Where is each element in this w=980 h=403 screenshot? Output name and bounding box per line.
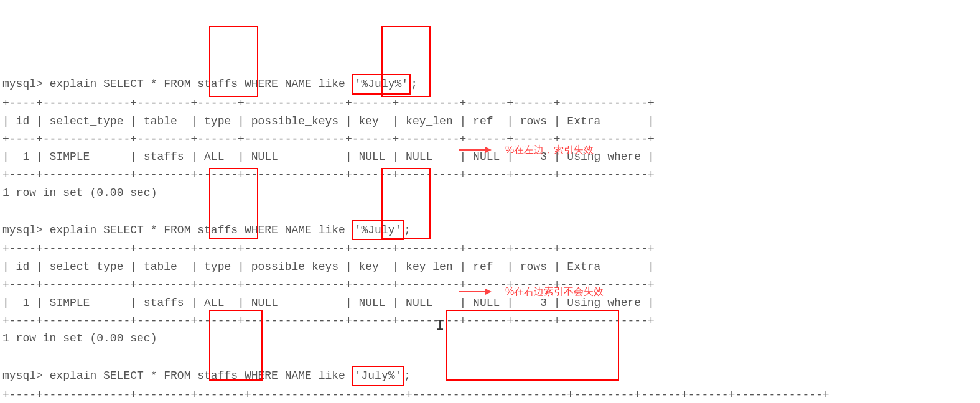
sql-command: explain SELECT * FROM staffs WHERE NAME …	[50, 78, 352, 90]
mysql-prompt: mysql>	[2, 78, 43, 90]
table-border: +----+-------------+--------+------+----…	[2, 169, 655, 181]
arrow-icon	[459, 149, 490, 151]
mysql-prompt: mysql>	[2, 369, 43, 382]
sql-command: explain SELECT * FROM staffs WHERE NAME …	[50, 224, 352, 236]
table-border: +----+-------------+--------+-------+---…	[2, 389, 829, 401]
table-header: | id | select_type | table | type | poss…	[2, 261, 655, 273]
annotation-left-percent: %在左边，索引失效	[505, 142, 594, 158]
key-column-highlight	[381, 168, 431, 239]
table-border: +----+-------------+--------+------+----…	[2, 243, 655, 255]
key-column-highlight	[446, 310, 619, 381]
mysql-prompt: mysql>	[2, 224, 43, 236]
like-value-highlight: 'July%'	[352, 366, 404, 386]
annotation-right-percent: %在右边索引不会失效	[505, 284, 604, 300]
sql-command: explain SELECT * FROM staffs WHERE NAME …	[50, 369, 352, 382]
table-border: +----+-------------+--------+------+----…	[2, 97, 655, 109]
arrow-icon	[459, 291, 490, 292]
type-column-highlight	[209, 310, 263, 381]
type-column-highlight	[209, 26, 258, 97]
table-header: | id | select_type | table | type | poss…	[2, 115, 655, 127]
text-cursor-icon: I	[436, 314, 444, 338]
result-footer: 1 row in set (0.00 sec)	[2, 187, 157, 199]
result-footer: 1 row in set (0.00 sec)	[2, 332, 157, 345]
type-column-highlight	[209, 168, 258, 239]
key-column-highlight	[381, 26, 431, 97]
